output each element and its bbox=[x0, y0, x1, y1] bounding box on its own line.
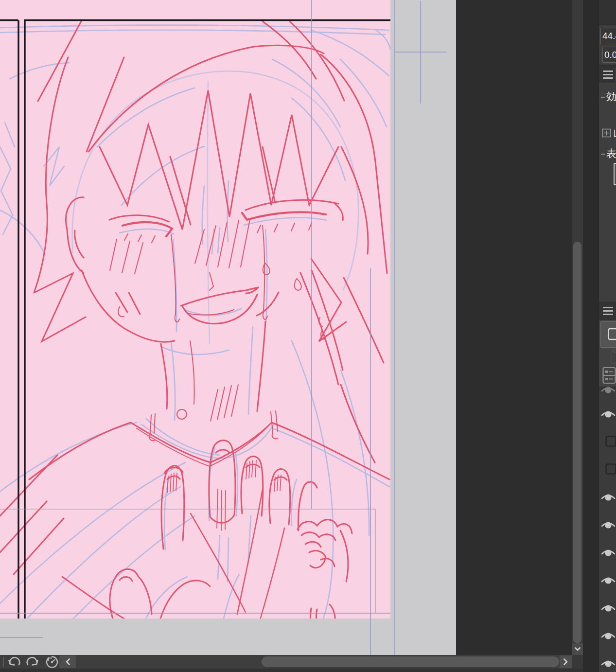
right-dock-panel: 効 レ 表 bbox=[598, 0, 616, 672]
comic-page bbox=[0, 0, 390, 619]
tool-property-value-field-top[interactable] bbox=[600, 28, 616, 44]
layer-visibility-toggle[interactable] bbox=[605, 436, 616, 449]
layer-color-item-label[interactable]: レ bbox=[613, 128, 616, 138]
empty-checkbox-icon bbox=[605, 436, 616, 447]
history-button[interactable] bbox=[45, 655, 59, 668]
tool-property-value-field-bottom[interactable] bbox=[602, 47, 616, 63]
rectangle-frame-icon bbox=[608, 327, 616, 341]
toolbar-separator bbox=[3, 657, 4, 667]
layer-visibility-toggle[interactable] bbox=[601, 409, 616, 420]
section-expression-label: 表 bbox=[606, 148, 616, 159]
collapse-toolbar-button[interactable] bbox=[59, 655, 76, 668]
layer-visibility-toggle[interactable] bbox=[601, 385, 616, 395]
layer-visibility-toggle[interactable] bbox=[601, 575, 616, 586]
redo-button[interactable] bbox=[25, 655, 40, 668]
bottom-toolbar[interactable] bbox=[0, 655, 572, 669]
scrollbar-corner bbox=[572, 655, 583, 669]
layer-visibility-toggle[interactable] bbox=[601, 520, 616, 531]
app-root: { "app": { "name_hint": "paint-app-canva… bbox=[0, 0, 616, 672]
layer-visibility-toggle[interactable] bbox=[601, 658, 616, 669]
eye-icon bbox=[601, 631, 616, 639]
eye-icon bbox=[601, 548, 616, 556]
chevron-right-icon bbox=[563, 658, 568, 665]
eye-icon bbox=[601, 520, 616, 529]
selected-tool-button[interactable] bbox=[600, 321, 616, 348]
section-collapse-dash[interactable] bbox=[601, 154, 605, 155]
eye-icon bbox=[601, 492, 616, 501]
eye-icon bbox=[601, 603, 616, 612]
horizontal-scrollbar-thumb[interactable] bbox=[262, 656, 559, 667]
chevron-left-icon bbox=[66, 658, 70, 665]
layer-list-icon[interactable] bbox=[602, 367, 616, 385]
eye-icon bbox=[601, 385, 616, 393]
chevron-down-icon bbox=[575, 647, 581, 651]
eye-icon bbox=[601, 658, 616, 667]
hamburger-menu-icon[interactable] bbox=[603, 307, 613, 317]
vertical-scrollbar[interactable] bbox=[572, 0, 583, 655]
layer-visibility-toggle[interactable] bbox=[601, 603, 616, 614]
scroll-right-button[interactable] bbox=[560, 655, 572, 668]
clipboard-icon[interactable] bbox=[610, 348, 616, 366]
canvas-outside-area bbox=[456, 0, 573, 655]
layer-visibility-toggle[interactable] bbox=[601, 548, 616, 558]
layer-visibility-toggle[interactable] bbox=[601, 631, 616, 641]
section-collapse-dash[interactable] bbox=[601, 97, 605, 98]
plus-box-icon[interactable] bbox=[602, 128, 611, 138]
hamburger-menu-icon[interactable] bbox=[603, 71, 613, 81]
canvas-sketch[interactable] bbox=[0, 0, 456, 655]
eye-icon bbox=[601, 575, 616, 584]
layer-visibility-toggle[interactable] bbox=[601, 492, 616, 503]
scroll-down-button[interactable] bbox=[572, 643, 583, 655]
layer-visibility-toggle[interactable] bbox=[605, 463, 616, 477]
dock-gap bbox=[583, 0, 598, 672]
empty-checkbox-icon bbox=[605, 463, 616, 475]
window-bottom-edge bbox=[0, 669, 598, 672]
undo-button[interactable] bbox=[7, 655, 21, 668]
dock-top-edge bbox=[599, 0, 616, 25]
eye-icon bbox=[601, 409, 616, 418]
section-effect-label: 効 bbox=[606, 91, 616, 102]
expression-color-swatch-button[interactable] bbox=[614, 163, 616, 185]
canvas-pasteboard[interactable] bbox=[0, 0, 456, 655]
vertical-scrollbar-thumb[interactable] bbox=[573, 242, 581, 643]
